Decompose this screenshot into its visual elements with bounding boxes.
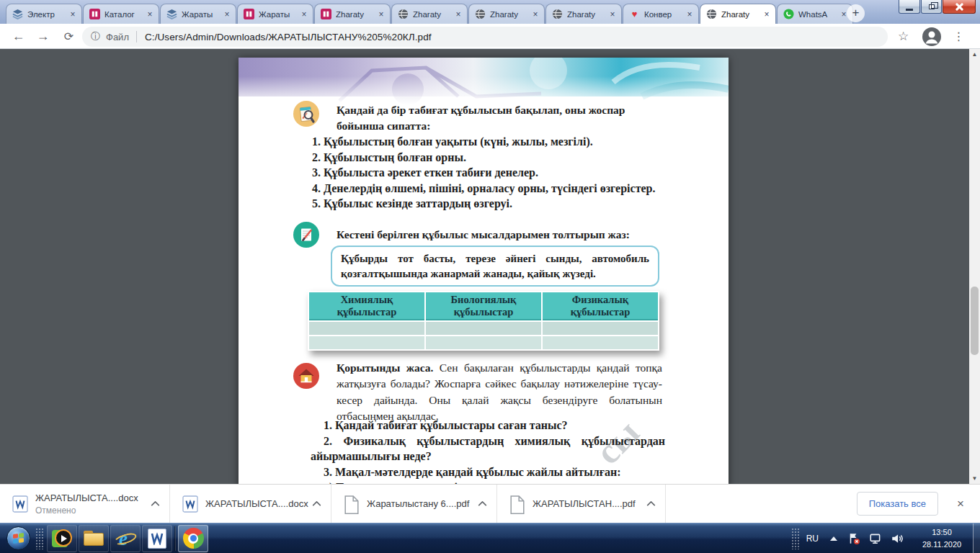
omnibox-divider	[136, 31, 137, 42]
taskbar-word-button[interactable]	[142, 525, 172, 552]
layers-icon	[166, 9, 177, 19]
windows-taskbar: e RU 13:50 28.11.2020	[0, 523, 980, 553]
language-indicator[interactable]: RU	[806, 534, 819, 544]
home-task-icon	[293, 363, 319, 389]
tab-label: Zharaty	[567, 10, 605, 19]
tab-label: Жараты	[182, 10, 219, 19]
scrollbar-thumb[interactable]	[971, 287, 979, 355]
profile-avatar[interactable]	[922, 27, 941, 46]
scrollbar-up-icon[interactable]: ▲	[969, 49, 980, 60]
heart-icon: ♥	[629, 9, 640, 19]
browser-menu-icon[interactable]: ⋮	[949, 27, 968, 46]
forward-button[interactable]: →	[33, 27, 53, 46]
table-cell	[543, 336, 658, 349]
taskbar-separator	[174, 526, 176, 551]
tab-zharaty-active[interactable]: Zharaty ×	[700, 4, 776, 24]
tab-zharaty-3[interactable]: Zharaty ×	[314, 4, 391, 24]
table-cell	[309, 336, 424, 349]
book-icon	[244, 9, 254, 19]
download-menu-chevron-icon[interactable]	[643, 496, 659, 512]
browser-tab-strip: Электр × Каталог × Жараты × Жараты × Zha…	[0, 0, 980, 24]
bookmark-star-icon[interactable]: ☆	[894, 27, 913, 46]
taskbar-explorer-button[interactable]	[79, 525, 109, 552]
action-center-flag-icon[interactable]	[847, 532, 860, 545]
taskbar-ie-button[interactable]: e	[110, 525, 141, 552]
tab-close-icon[interactable]: ×	[684, 9, 695, 20]
download-file-name: ЖАРАТЫЛЫСТА....docx	[35, 493, 138, 503]
word-file-icon	[182, 495, 198, 513]
tab-close-icon[interactable]: ×	[375, 9, 387, 20]
window-restore-button[interactable]	[921, 0, 942, 14]
tab-label: Каталог	[104, 10, 142, 19]
task2-text: Кестені берілген құбылыс мысалдарымен то…	[337, 228, 661, 241]
download-file-name: ЖАРАТЫЛЫСТА....docx	[205, 498, 308, 509]
address-bar[interactable]: ⓘ Файл C:/Users/Admin/Downloads/ЖАРАТЫЛЫ…	[82, 27, 888, 47]
url-text[interactable]: C:/Users/Admin/Downloads/ЖАРАТЫЛЫСТАНУ%2…	[145, 32, 432, 42]
back-button[interactable]: ←	[9, 27, 28, 46]
tab-label: Жараты	[259, 10, 296, 19]
tab-whatsapp[interactable]: WhatsA ×	[777, 4, 853, 24]
start-button[interactable]	[6, 526, 30, 550]
tab-close-icon[interactable]: ×	[67, 9, 79, 20]
tab-konvert[interactable]: ♥ Конвер ×	[623, 4, 699, 24]
taskbar-aimp-button[interactable]	[47, 525, 77, 552]
tab-close-icon[interactable]: ×	[761, 9, 772, 20]
reload-button[interactable]: ⟳	[59, 27, 79, 46]
plan-list: 1. Құбылыстың болған уақыты (күні, жылы,…	[312, 134, 668, 212]
table-cell	[543, 322, 658, 335]
tab-zharaty-2[interactable]: Жараты ×	[237, 4, 313, 24]
show-all-downloads-button[interactable]: Показать все	[857, 492, 938, 516]
new-tab-button[interactable]: +	[847, 4, 865, 22]
download-item-3[interactable]: Жаратылыстану 6....pdf	[331, 485, 497, 523]
globe-icon	[706, 9, 717, 19]
show-desktop-button[interactable]	[973, 523, 980, 553]
window-minimize-button[interactable]	[899, 0, 920, 14]
tab-label: Zharaty	[490, 10, 527, 19]
example-box: Құбырды тот басты, терезе әйнегі сынды, …	[331, 246, 659, 287]
tab-close-icon[interactable]: ×	[607, 9, 618, 20]
plan-item: 1. Құбылыстың болған уақыты (күні, жылы,…	[312, 134, 668, 150]
tab-close-icon[interactable]: ×	[530, 9, 541, 20]
taskbar-clock[interactable]: 13:50 28.11.2020	[914, 526, 970, 550]
globe-icon	[398, 9, 409, 19]
download-item-4[interactable]: ЖАРАТЫЛЫСТАН....pdf	[497, 485, 666, 523]
file-icon	[509, 495, 525, 513]
download-item-1[interactable]: ЖАРАТЫЛЫСТА....docx Отменено	[0, 485, 170, 523]
download-menu-chevron-icon[interactable]	[308, 496, 324, 512]
restore-icon	[929, 4, 935, 9]
tab-close-icon[interactable]: ×	[453, 9, 464, 20]
table-header-chemical: Химиялық құбылыстар	[309, 292, 424, 320]
conclusion-paragraph: Қорытынды жаса. Сен бақылаған құбылыстар…	[337, 360, 662, 424]
tab-close-icon[interactable]: ×	[144, 9, 156, 20]
pdf-scrollbar[interactable]: ▲ ▼	[969, 49, 980, 484]
show-hidden-icons-icon[interactable]	[830, 536, 837, 541]
download-menu-chevron-icon[interactable]	[474, 496, 490, 512]
conclusion-lead: Қорытынды жаса.	[337, 361, 433, 374]
write-task-icon	[293, 222, 319, 248]
tab-zharaty-6[interactable]: Zharaty ×	[545, 4, 622, 24]
table-header-biological: Биологиялық құбылыстар	[426, 292, 541, 320]
window-close-button[interactable]	[943, 0, 976, 14]
network-icon[interactable]	[869, 532, 882, 545]
scrollbar-down-icon[interactable]: ▼	[969, 473, 980, 484]
tab-zharaty-1[interactable]: Жараты ×	[160, 4, 236, 24]
download-menu-chevron-icon[interactable]	[147, 496, 163, 512]
tab-close-icon[interactable]: ×	[298, 9, 310, 20]
info-icon[interactable]: ⓘ	[91, 30, 100, 43]
observe-task-icon	[293, 101, 319, 127]
close-icon	[955, 2, 963, 11]
table-header-physical: Физикалық құбылыстар	[543, 292, 658, 320]
tab-zharaty-4[interactable]: Zharaty ×	[391, 4, 468, 24]
plan-item: 4. Денелердің өлшемі, пішіні, орналасу о…	[312, 181, 668, 197]
tab-zharaty-5[interactable]: Zharaty ×	[468, 4, 545, 24]
tab-close-icon[interactable]: ×	[221, 9, 233, 20]
tab-label: Zharaty	[336, 10, 373, 19]
tab-electr[interactable]: Электр ×	[6, 4, 82, 24]
question-item: 2. Физикалық құбылыстардың химиялық құбы…	[311, 433, 665, 464]
download-file-name: Жаратылыстану 6....pdf	[367, 498, 469, 509]
download-item-2[interactable]: ЖАРАТЫЛЫСТА....docx	[170, 485, 331, 523]
download-bar-close-icon[interactable]: ×	[950, 493, 971, 515]
taskbar-chrome-button[interactable]	[178, 525, 208, 552]
volume-icon[interactable]	[891, 532, 904, 545]
tab-katalog[interactable]: Каталог ×	[83, 4, 159, 24]
